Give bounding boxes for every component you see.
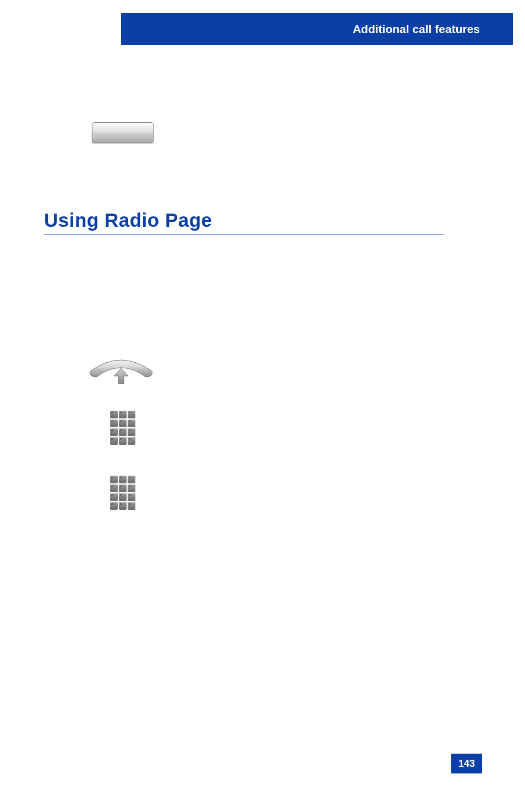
section-title: Using Radio Page: [44, 209, 212, 231]
soft-key-button[interactable]: [92, 122, 154, 143]
page-number: 143: [451, 754, 482, 773]
header-title: Additional call features: [353, 23, 480, 36]
page-number-text: 143: [458, 758, 475, 770]
handset-lift-icon: [85, 355, 157, 388]
section-title-underline: [44, 235, 444, 235]
header-bar: Additional call features: [121, 13, 513, 45]
dialpad-icon: [110, 411, 135, 445]
dialpad-icon: [110, 476, 135, 510]
